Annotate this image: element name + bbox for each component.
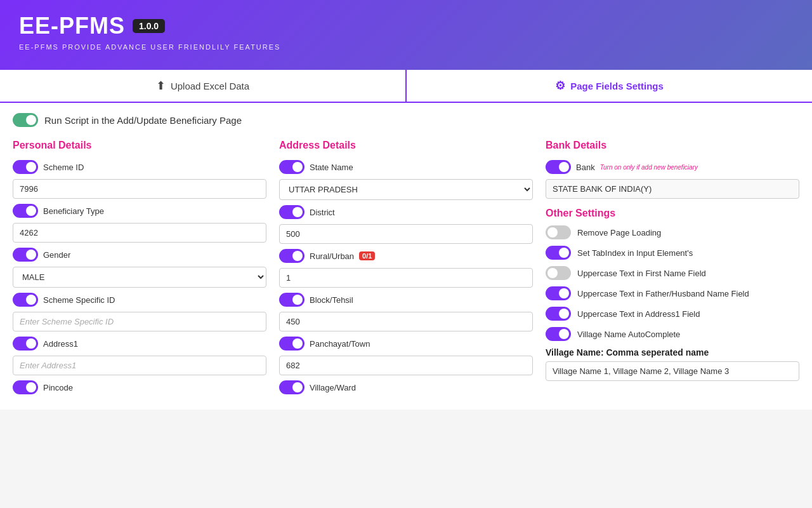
pincode-row: Pincode <box>13 380 266 394</box>
pincode-label: Pincode <box>43 383 73 392</box>
rural-urban-toggle[interactable] <box>279 249 304 263</box>
nav-settings-label: Page Fields Settings <box>570 81 664 91</box>
uppercase-address1-label: Uppercase Text in Address1 Field <box>577 309 700 319</box>
scheme-specific-id-input[interactable] <box>13 312 266 331</box>
main-content: Run Script in the Add/Update Beneficiary… <box>0 103 812 410</box>
app-subtitle: EE-PFMS PROVIDE ADVANCE USER FRIENDLILY … <box>19 43 793 51</box>
district-label: District <box>310 208 335 217</box>
run-script-row: Run Script in the Add/Update Beneficiary… <box>13 113 799 127</box>
setting-village-autocomplete: Village Name AutoComplete <box>546 327 799 341</box>
upload-icon: ⬆ <box>156 79 166 93</box>
rural-urban-row: Rural/Urban 0/1 <box>279 249 533 263</box>
rural-urban-label: Rural/Urban <box>310 251 354 261</box>
uppercase-fathername-toggle[interactable] <box>546 286 571 300</box>
uppercase-address1-toggle[interactable] <box>546 307 571 321</box>
personal-details-col: Personal Details Scheme ID Beneficiary T… <box>13 140 266 399</box>
state-name-label: State Name <box>310 163 353 172</box>
scheme-id-input[interactable] <box>13 179 266 199</box>
district-toggle[interactable] <box>279 205 304 219</box>
village-ward-row: Village/Ward <box>279 380 533 394</box>
village-name-input[interactable] <box>546 361 799 381</box>
setting-uppercase-fathername: Uppercase Text in Father/Husband Name Fi… <box>546 286 799 300</box>
address1-toggle[interactable] <box>13 337 38 351</box>
beneficiary-type-toggle[interactable] <box>13 204 38 218</box>
district-row: District <box>279 205 533 219</box>
address-details-col: Address Details State Name UTTAR PRADESH… <box>279 140 533 399</box>
block-tehsil-input[interactable] <box>279 312 533 331</box>
village-autocomplete-toggle[interactable] <box>546 327 571 341</box>
rural-urban-badge: 0/1 <box>359 251 375 260</box>
scheme-id-toggle[interactable] <box>13 160 38 174</box>
panchayat-town-toggle[interactable] <box>279 337 304 351</box>
village-ward-label: Village/Ward <box>310 383 356 392</box>
scheme-id-label: Scheme ID <box>43 163 84 172</box>
gender-toggle[interactable] <box>13 248 38 262</box>
address1-row: Address1 <box>13 337 266 351</box>
set-tabindex-toggle[interactable] <box>546 246 571 260</box>
village-name-section: Village Name: Comma seperated name <box>546 347 799 381</box>
pincode-toggle[interactable] <box>13 380 38 394</box>
version-badge: 1.0.0 <box>133 19 165 33</box>
panchayat-town-row: Panchayat/Town <box>279 337 533 351</box>
nav-upload[interactable]: ⬆ Upload Excel Data <box>0 70 405 102</box>
panchayat-town-input[interactable] <box>279 356 533 375</box>
bank-row: Bank Turn on only if add new beneficiary <box>546 160 799 174</box>
scheme-specific-id-label: Scheme Specific ID <box>43 295 115 305</box>
uppercase-fathername-label: Uppercase Text in Father/Husband Name Fi… <box>577 289 749 298</box>
setting-set-tabindex: Set TabIndex in Input Element's <box>546 246 799 260</box>
state-name-select[interactable]: UTTAR PRADESH BIHAR DELHI MADHYA PRADESH <box>279 179 533 200</box>
other-settings-title: Other Settings <box>546 208 799 219</box>
block-tehsil-label: Block/Tehsil <box>310 295 353 305</box>
bank-note: Turn on only if add new beneficiary <box>600 164 698 171</box>
scheme-specific-id-toggle[interactable] <box>13 293 38 307</box>
block-tehsil-toggle[interactable] <box>279 293 304 307</box>
bank-label: Bank <box>576 163 595 172</box>
setting-uppercase-address1: Uppercase Text in Address1 Field <box>546 307 799 321</box>
nav-settings[interactable]: ⚙ Page Fields Settings <box>407 70 812 102</box>
state-name-row: State Name <box>279 160 533 174</box>
setting-uppercase-firstname: Uppercase Text in First Name Field <box>546 266 799 280</box>
beneficiary-type-row: Beneficiary Type <box>13 204 266 218</box>
address1-input[interactable] <box>13 356 266 375</box>
block-tehsil-row: Block/Tehsil <box>279 293 533 307</box>
columns-container: Personal Details Scheme ID Beneficiary T… <box>13 140 799 399</box>
address1-label: Address1 <box>43 339 78 349</box>
bank-value: STATE BANK OF INDIA(Y) <box>546 179 799 199</box>
address-details-title: Address Details <box>279 140 533 151</box>
remove-page-loading-toggle[interactable] <box>546 225 571 239</box>
beneficiary-type-input[interactable] <box>13 223 266 243</box>
scheme-specific-id-row: Scheme Specific ID <box>13 293 266 307</box>
scheme-id-row: Scheme ID <box>13 160 266 174</box>
gear-icon: ⚙ <box>555 79 565 93</box>
nav-bar: ⬆ Upload Excel Data ⚙ Page Fields Settin… <box>0 70 812 103</box>
app-header: EE-PFMS 1.0.0 EE-PFMS PROVIDE ADVANCE US… <box>0 0 812 70</box>
set-tabindex-label: Set TabIndex in Input Element's <box>577 248 693 258</box>
run-script-toggle[interactable] <box>13 113 38 127</box>
gender-label: Gender <box>43 250 70 260</box>
remove-page-loading-label: Remove Page Loading <box>577 228 661 237</box>
run-script-label: Run Script in the Add/Update Beneficiary… <box>44 115 242 126</box>
panchayat-town-label: Panchayat/Town <box>310 339 370 349</box>
uppercase-firstname-toggle[interactable] <box>546 266 571 280</box>
personal-details-title: Personal Details <box>13 140 266 151</box>
rural-urban-input[interactable] <box>279 268 533 288</box>
bank-details-title: Bank Details <box>546 140 799 151</box>
header-title-row: EE-PFMS 1.0.0 <box>19 13 793 39</box>
village-ward-toggle[interactable] <box>279 380 304 394</box>
district-input[interactable] <box>279 224 533 244</box>
setting-remove-page-loading: Remove Page Loading <box>546 225 799 239</box>
beneficiary-type-label: Beneficiary Type <box>43 206 104 216</box>
app-name: EE-PFMS <box>19 13 125 39</box>
village-autocomplete-label: Village Name AutoComplete <box>577 330 680 339</box>
village-name-title: Village Name: Comma seperated name <box>546 347 799 358</box>
gender-select[interactable]: MALE FEMALE OTHER <box>13 267 266 288</box>
nav-upload-label: Upload Excel Data <box>171 81 249 91</box>
bank-toggle[interactable] <box>546 160 571 174</box>
gender-row: Gender <box>13 248 266 262</box>
uppercase-firstname-label: Uppercase Text in First Name Field <box>577 269 706 278</box>
state-name-toggle[interactable] <box>279 160 304 174</box>
bank-other-col: Bank Details Bank Turn on only if add ne… <box>546 140 799 399</box>
